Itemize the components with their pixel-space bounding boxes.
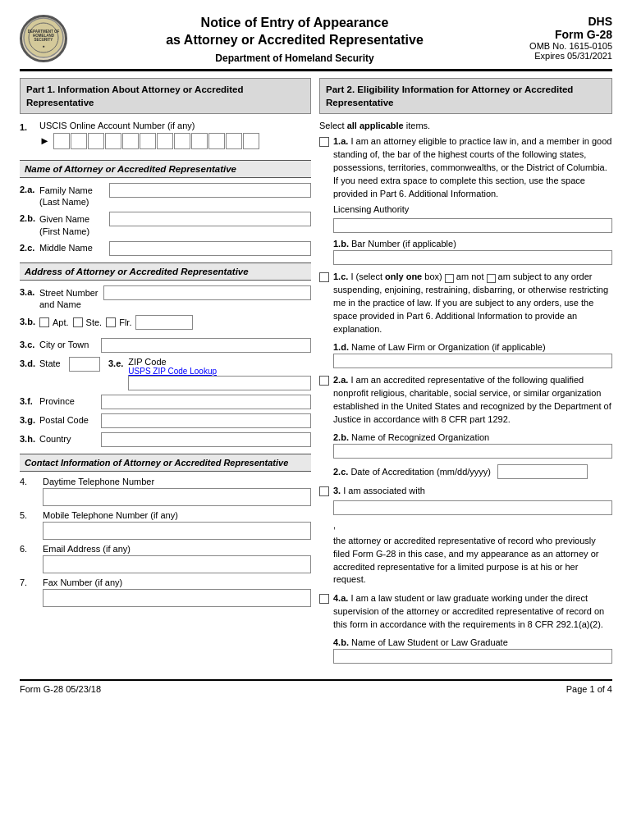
uscis-arrow: ► — [39, 135, 50, 147]
part2-header: Part 2. Eligibility Information for Atto… — [319, 78, 612, 114]
item2c-num: 2.c. — [333, 467, 348, 477]
item2c-row: 2.c. Date of Accreditation (mm/dd/yyyy) — [333, 464, 612, 479]
field2b-label: Given Name(First Name) — [39, 212, 109, 237]
item1a-text: I am an attorney eligible to practice la… — [333, 136, 611, 199]
state-input[interactable] — [69, 357, 100, 372]
field3e-section: ZIP Code USPS ZIP Code Lookup — [128, 357, 311, 390]
uscis-box-5[interactable] — [122, 133, 139, 149]
item1a-checkbox[interactable] — [319, 137, 329, 147]
postal-code-input[interactable] — [101, 413, 311, 428]
bar-number-input[interactable] — [333, 250, 612, 265]
field3a-row: 3.a. Street Numberand Name — [20, 285, 311, 311]
uscis-box-1[interactable] — [53, 133, 70, 149]
am-checkbox[interactable] — [487, 274, 496, 283]
item1b-label: Bar Number (if applicable) — [351, 239, 456, 249]
uscis-box-6[interactable] — [140, 133, 156, 149]
field3f-label: Province — [39, 395, 101, 406]
law-student-name-input[interactable] — [333, 649, 612, 664]
item1d-num: 1.d. — [333, 342, 349, 352]
item1c-content: 1.c. I (select only one box) am not am s… — [333, 271, 612, 336]
field3c-row: 3.c. City or Town — [20, 338, 311, 353]
apt-ste-flr-row: Apt. Ste. Flr. — [39, 315, 311, 330]
apt-check[interactable] — [39, 317, 49, 327]
field3e-label: 3.e. — [100, 357, 128, 368]
form-title: Notice of Entry of Appearanceas Attorney… — [67, 15, 522, 64]
associated-with-input[interactable] — [333, 500, 612, 515]
ste-checkbox: Ste. — [73, 317, 103, 327]
flr-check[interactable] — [106, 317, 116, 327]
item3-checkbox[interactable] — [319, 486, 329, 496]
zip-input[interactable] — [128, 376, 311, 390]
item3-num: 3. — [333, 486, 341, 495]
uscis-box-11[interactable] — [226, 133, 242, 149]
middle-name-input[interactable] — [109, 241, 311, 256]
field5-label: Mobile Telephone Number (if any) — [43, 510, 311, 520]
field3c-label: City or Town — [39, 338, 101, 349]
am-not-checkbox[interactable] — [445, 274, 454, 283]
ste-check[interactable] — [73, 317, 83, 327]
item1d-label: Name of Law Firm or Organization (if app… — [351, 342, 546, 352]
field1-label: USCIS Online Account Number (if any) — [39, 121, 311, 130]
item2a-checkbox[interactable] — [319, 376, 329, 386]
uscis-box-3[interactable] — [88, 133, 104, 149]
flr-label: Flr. — [119, 317, 131, 327]
law-firm-input[interactable] — [333, 354, 612, 368]
zip-lookup-link[interactable]: USPS ZIP Code Lookup — [128, 367, 311, 376]
field6-label: Email Address (if any) — [43, 544, 311, 554]
field1-row: 1. USCIS Online Account Number (if any) … — [20, 121, 311, 153]
mobile-phone-input[interactable] — [43, 522, 311, 540]
svg-text:●: ● — [42, 43, 44, 48]
field3a-label: Street Numberand Name — [39, 285, 103, 311]
field3d-label: State — [39, 357, 69, 368]
uscis-box-7[interactable] — [157, 133, 173, 149]
item2a-num: 2.a. — [333, 375, 348, 385]
field4-row: 4. Daytime Telephone Number — [20, 477, 311, 506]
ste-label: Ste. — [86, 317, 103, 327]
item1c-checkbox[interactable] — [319, 272, 329, 282]
field6-row: 6. Email Address (if any) — [20, 544, 311, 573]
uscis-box-9[interactable] — [191, 133, 208, 149]
licensing-authority-input[interactable] — [333, 218, 612, 233]
item4b-row: 4.b. Name of Law Student or Law Graduate — [333, 637, 612, 664]
field2b-row: 2.b. Given Name(First Name) — [20, 212, 311, 237]
field2c-label: Middle Name — [39, 241, 109, 253]
item4a-num: 4.a. — [333, 593, 348, 603]
field3h-label: Country — [39, 432, 101, 444]
family-name-input[interactable] — [109, 183, 311, 198]
licensing-authority-label: Licensing Authority — [333, 203, 612, 217]
uscis-boxes — [53, 133, 259, 149]
item4b-label: Name of Law Student or Law Graduate — [351, 637, 508, 647]
uscis-box-8[interactable] — [174, 133, 190, 149]
fax-input[interactable] — [43, 589, 311, 607]
apt-number-input[interactable] — [135, 315, 193, 330]
city-input[interactable] — [101, 338, 311, 353]
country-input[interactable] — [101, 432, 311, 447]
flr-checkbox: Flr. — [106, 317, 131, 327]
item4a-row: 4.a. I am a law student or law graduate … — [319, 592, 612, 632]
item4a-checkbox[interactable] — [319, 594, 329, 604]
field4-label: Daytime Telephone Number — [43, 477, 311, 486]
uscis-box-4[interactable] — [105, 133, 121, 149]
field3g-label: Postal Code — [39, 413, 101, 425]
uscis-box-10[interactable] — [208, 133, 225, 149]
province-input[interactable] — [101, 395, 311, 409]
header-divider — [20, 69, 612, 71]
recognized-org-input[interactable] — [333, 444, 612, 459]
accreditation-date-input[interactable] — [497, 464, 588, 479]
item1a-num: 1.a. — [333, 136, 348, 146]
field2a-label: Family Name(Last Name) — [39, 183, 109, 208]
given-name-input[interactable] — [109, 212, 311, 226]
street-input[interactable] — [103, 285, 311, 300]
field3d-row: 3.d. State 3.e. ZIP Code USPS ZIP Code L… — [20, 357, 311, 390]
field2c-row: 2.c. Middle Name — [20, 241, 311, 256]
email-input[interactable] — [43, 555, 311, 573]
item3-text2: the attorney or accredited representativ… — [333, 536, 598, 585]
footer-form-info: Form G-28 05/23/18 — [20, 684, 101, 694]
footer-page-info: Page 1 of 4 — [566, 684, 612, 694]
item1c-num: 1.c. — [333, 272, 348, 281]
daytime-phone-input[interactable] — [43, 488, 311, 506]
uscis-box-12[interactable] — [243, 133, 259, 149]
item4b-num: 4.b. — [333, 637, 349, 647]
uscis-box-2[interactable] — [71, 133, 87, 149]
item2a-text: I am an accredited representative of the… — [333, 375, 611, 424]
